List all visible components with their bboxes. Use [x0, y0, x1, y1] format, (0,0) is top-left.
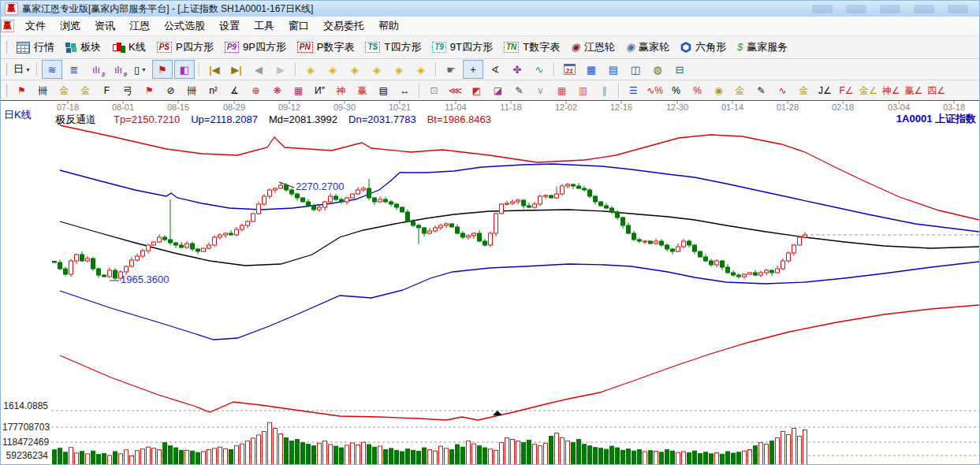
red-grid-box-tool[interactable]: ▦ [289, 82, 308, 99]
menu-item-tools[interactable]: 工具 [247, 17, 281, 35]
period-day-dropdown[interactable]: 日▼ [12, 60, 32, 79]
diamond-up-button[interactable]: ◈ [345, 60, 365, 79]
red-highlight-button[interactable]: ⚑ [152, 60, 173, 79]
circle-scale-tool[interactable]: ⊘ [161, 82, 181, 99]
shen-scale-tool[interactable]: 神 [331, 82, 351, 99]
feature-hexagon-button[interactable]: 六角形 [675, 39, 732, 56]
overlay-chart-button[interactable]: ≋ [42, 60, 62, 79]
jump-first-button[interactable]: |◀ [204, 60, 225, 79]
calculator-button[interactable]: ▦ [581, 60, 602, 79]
red-fan-tool[interactable]: ⋘ [445, 82, 465, 99]
menu-item-news[interactable]: 资讯 [88, 17, 122, 35]
pencil-angle-tool[interactable]: ✎ [509, 82, 529, 99]
feature-winner-service-button[interactable]: $赢家服务 [732, 39, 793, 56]
gold-lines-tool[interactable]: 金 [730, 82, 750, 99]
f-scale-tool[interactable]: F [97, 82, 117, 99]
toolbar-grip[interactable] [3, 84, 7, 97]
red-fan-box-tool[interactable]: ◩ [467, 82, 486, 99]
page-right-button[interactable]: ▶ [270, 60, 291, 79]
red-compass-tool[interactable]: ⊕ [246, 82, 266, 99]
titlebar[interactable]: 赢 赢家江恩专业版[赢家内部服务平台] - [上证指数 SH1A0001-167… [1, 1, 979, 17]
feature-9t-square-button[interactable]: T99T四方形 [427, 39, 498, 56]
feature-winner-wheel-button[interactable]: ◉赢家轮 [620, 39, 675, 56]
calendar-button[interactable]: 21 [559, 60, 579, 79]
feature-t-square-button[interactable]: TST四方形 [360, 39, 427, 56]
toolbar-grip[interactable] [3, 41, 7, 54]
diamond-right-button[interactable]: ◈ [322, 60, 343, 79]
red-brush-tool[interactable]: ⚑ [12, 82, 32, 99]
bow-scale-tool[interactable]: 弓 [118, 82, 138, 99]
feature-9p-square-button[interactable]: P99P四方形 [219, 39, 292, 56]
diamond-down-button[interactable]: ◈ [367, 60, 387, 79]
width-arrows-tool[interactable]: ↔ [395, 82, 415, 99]
star-grid-tool[interactable]: ❋ [267, 82, 287, 99]
menu-item-browse[interactable]: 浏览 [53, 17, 88, 35]
web-tools-button[interactable]: ◍ [647, 60, 668, 79]
diamond-expand-button[interactable]: ◈ [389, 60, 409, 79]
win-angle-tool[interactable]: 赢∠ [904, 82, 925, 99]
page-left-button[interactable]: ◀ [248, 60, 269, 79]
scale-lines-tool[interactable]: 卌 [33, 82, 53, 99]
gold-box-tool[interactable]: 金 [794, 82, 814, 99]
feature-sectors-button[interactable]: 板块 [60, 39, 106, 56]
feature-p-table-button[interactable]: PNP数字表 [292, 39, 360, 56]
toolbar-grip[interactable] [3, 63, 7, 76]
feature-p-square-button[interactable]: PSP四方形 [151, 39, 219, 56]
jump-last-button[interactable]: ▶| [226, 60, 247, 79]
pan-hand-button[interactable]: ☛ [441, 60, 461, 79]
menu-item-file[interactable]: 文件 [18, 17, 53, 35]
i-marks-tool[interactable]: И″ [310, 82, 330, 99]
j-angle-tool[interactable]: J∠ [815, 82, 835, 99]
bars-3-button[interactable]: ılı3 [86, 60, 106, 79]
square-frame-tool[interactable]: ⊡ [424, 82, 444, 99]
diamond-compress-button[interactable]: ◈ [411, 60, 431, 79]
diamond-left-button[interactable]: ◈ [300, 60, 321, 79]
n-squared-tool[interactable]: n² [203, 82, 223, 99]
plain-scale-tool[interactable]: 卌 [182, 82, 202, 99]
f-angle-tool[interactable]: F∠ [837, 82, 856, 99]
red-wave-tool[interactable]: ∿ [773, 82, 792, 99]
pencil-candle-tool[interactable]: ✎ [751, 82, 771, 99]
four-angle-tool[interactable]: 四∠ [926, 82, 947, 99]
info-list-button[interactable]: ≣ [64, 60, 84, 79]
angle-tool-button[interactable]: ∢ [485, 60, 505, 79]
percent-wave-tool[interactable]: ∿% [645, 82, 665, 99]
menu-item-formula-picker[interactable]: 公式选股 [157, 17, 212, 35]
percent-tool[interactable]: % [666, 82, 686, 99]
menu-item-trade[interactable]: 交易委托 [316, 17, 371, 35]
feature-t-table-button[interactable]: TNT数字表 [498, 39, 565, 56]
color-histogram-button[interactable]: ◧ [174, 60, 195, 79]
gold-scale-tool-2[interactable]: 金 [76, 82, 95, 99]
bars-9-button[interactable]: ılı9 [108, 60, 129, 79]
teal-wave-button[interactable]: ∿ [529, 60, 550, 79]
red-grid-tool-3[interactable]: ▥ [573, 82, 593, 99]
gold-scale-tool-1[interactable]: 金 [54, 82, 74, 99]
parallel-lines-tool[interactable]: ∥ [594, 82, 614, 99]
win-scale-tool[interactable]: 赢 [352, 82, 372, 99]
menu-item-gann[interactable]: 江恩 [122, 17, 157, 35]
red-grid-tool-2[interactable]: ▦ [552, 82, 572, 99]
brush-scale-tool[interactable]: ⚑ [140, 82, 159, 99]
menu-item-settings[interactable]: 设置 [212, 17, 247, 35]
gold-circle-tool[interactable]: ◉ [709, 82, 728, 99]
gold-angle-tool[interactable]: 金∠ [858, 82, 879, 99]
angle-scale-tool[interactable]: ∡ [225, 82, 244, 99]
percent-line-tool[interactable]: % [687, 82, 707, 99]
notes-button[interactable]: ▤ [603, 60, 624, 79]
shen-angle-tool[interactable]: 神∠ [881, 82, 902, 99]
crosshair-button[interactable]: ＋ [463, 60, 483, 79]
candle-style-dropdown[interactable]: ▯▼ [130, 60, 151, 79]
menu-item-help[interactable]: 帮助 [371, 17, 406, 35]
printer-button[interactable]: ⊟ [669, 60, 690, 79]
feature-kline-button[interactable]: K线 [106, 39, 151, 56]
purple-gann-button[interactable]: ✤ [507, 60, 527, 79]
check-wave-tool[interactable]: ∨ [531, 82, 550, 99]
menu-item-window[interactable]: 窗口 [281, 17, 316, 35]
feature-label: P四方形 [176, 40, 214, 54]
feature-gann-wheel-button[interactable]: ◉江恩轮 [565, 39, 620, 56]
feature-quotes-button[interactable]: 行情 [11, 39, 60, 56]
purple-fan-box-tool[interactable]: ◪ [488, 82, 508, 99]
save-button[interactable]: ◫ [625, 60, 646, 79]
grid-123-tool[interactable]: ▤ [374, 82, 393, 99]
blue-bars-tool[interactable]: ☰ [624, 82, 643, 99]
